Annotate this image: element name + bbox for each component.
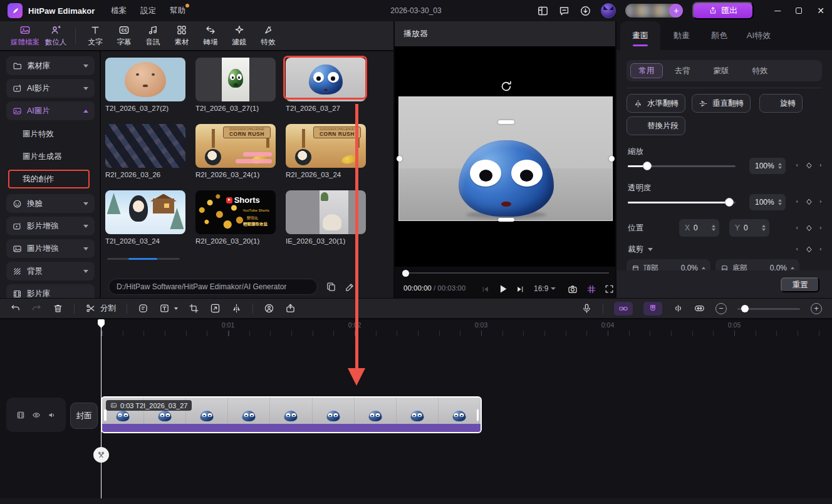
playhead[interactable] (101, 319, 102, 498)
minimize-button[interactable]: ─ (774, 6, 781, 15)
ribbon-text[interactable]: 文字 (81, 24, 110, 47)
opacity-value-box[interactable]: 100% (749, 194, 786, 210)
tab-color[interactable]: 顏色 (702, 21, 737, 50)
media-thumbnail[interactable] (195, 58, 276, 101)
timeline-clip[interactable]: 0:03 T2I_2026_03_27 (101, 396, 482, 433)
sidebar-item-image-generator[interactable]: 圖片生成器 (23, 148, 62, 165)
keyframe-prev-icon[interactable] (794, 246, 799, 252)
menu-file[interactable]: 檔案 (111, 6, 127, 16)
scale-keyframe-controls[interactable] (794, 160, 823, 170)
ribbon-subtitle[interactable]: 字幕 (110, 24, 138, 47)
scale-value-box[interactable]: 100% (749, 158, 786, 174)
scale-slider[interactable] (628, 162, 736, 170)
play-icon[interactable] (497, 283, 509, 295)
stepper[interactable] (712, 225, 715, 232)
timeline-zoom-slider[interactable] (737, 305, 800, 312)
timeline-ruler[interactable] (101, 331, 827, 336)
subtab-common[interactable]: 常用 (630, 63, 663, 78)
media-thumbnail[interactable] (105, 124, 185, 168)
sidebar-item-library[interactable]: 素材庫 (6, 56, 95, 75)
ribbon-audio[interactable]: 音訊 (138, 24, 167, 47)
microphone-icon[interactable] (581, 303, 592, 314)
keyframe-next-icon[interactable] (818, 246, 823, 252)
keyframe-prev-icon[interactable] (794, 198, 799, 205)
opacity-slider[interactable] (628, 198, 736, 207)
selection-handle-left[interactable] (397, 156, 402, 162)
track-visibility-icon[interactable] (32, 411, 41, 419)
media-item[interactable]: IE_2026_03_20(1) (286, 190, 366, 245)
media-scrollbar[interactable] (107, 258, 180, 260)
flip-vertical-button[interactable]: 垂直翻轉 (692, 94, 751, 113)
playback-progress-bar[interactable] (403, 272, 609, 274)
link-clips-toggle[interactable] (614, 302, 633, 316)
maximize-button[interactable] (796, 8, 802, 14)
sidebar-item-image-effects[interactable]: 圖片特效 (23, 125, 54, 143)
media-item[interactable]: GUGUGAGA CHALLENGE!CORN RUSH R2I_2026_03… (195, 124, 276, 178)
crop-label[interactable]: 裁剪 (628, 244, 653, 255)
media-thumbnail[interactable] (105, 190, 185, 234)
track-mute-icon[interactable] (48, 411, 56, 419)
keyframe-add-icon[interactable] (805, 162, 813, 170)
snapshot-icon[interactable] (568, 284, 578, 294)
player-viewport[interactable] (395, 46, 615, 267)
undo-icon[interactable] (10, 303, 21, 314)
sidebar-item-my-creations[interactable]: 我的創作 (23, 170, 54, 188)
selection-handle-bottom[interactable] (498, 218, 514, 222)
keyframe-prev-icon[interactable] (794, 225, 799, 231)
zoom-out-button[interactable]: − (715, 303, 727, 314)
reset-button[interactable]: 重置 (781, 277, 819, 292)
media-thumbnail[interactable] (105, 58, 185, 101)
sidebar-item-face-swap[interactable]: 換臉 (6, 194, 95, 213)
grid-overlay-icon[interactable] (586, 284, 596, 294)
media-thumbnail[interactable]: GUGUGAGA CHALLENGE!CORN RUSH (195, 124, 276, 168)
position-y-field[interactable]: Y0 (729, 219, 769, 237)
split-button[interactable]: 分割 (85, 303, 116, 314)
clip-trim-handle-left[interactable] (104, 409, 107, 421)
slider-thumb[interactable] (643, 162, 652, 170)
media-item[interactable]: T2I_2026_03_27(1) (195, 58, 276, 112)
ribbon-filter[interactable]: 濾鏡 (225, 24, 254, 47)
subtab-mask[interactable]: 蒙版 (702, 66, 741, 76)
subtab-effects[interactable]: 特效 (741, 66, 779, 76)
export-button[interactable]: 匯出 (692, 2, 754, 19)
media-item[interactable]: GUGUGAGA CHALLENGE!CORN RUSH R2I_2026_03… (286, 124, 366, 178)
mirror-tool-icon[interactable] (231, 303, 242, 314)
timeline[interactable]: 0:01 0:02 0:03 0:04 0:05 封面 0:03 T2I_202… (0, 319, 832, 504)
scrollbar-thumb[interactable] (128, 258, 157, 260)
tab-ai-effects[interactable]: AI特效 (738, 21, 779, 50)
keyframe-add-icon[interactable] (805, 224, 813, 232)
stepper-up-icon[interactable] (702, 267, 705, 269)
keyframe-add-icon[interactable] (805, 245, 813, 254)
slider-thumb[interactable] (725, 198, 734, 207)
media-item[interactable]: R2I_2026_03_26 (105, 124, 185, 178)
media-item[interactable]: Shorts YouTube Shorts 變現化 輕鬆賺取收益 R2I_202… (195, 190, 276, 245)
feedback-icon[interactable] (558, 5, 570, 17)
ribbon-effects[interactable]: 特效 (254, 24, 283, 47)
selection-handle-right[interactable] (609, 156, 615, 162)
sidebar-item-ai-video[interactable]: AI影片 (6, 79, 95, 98)
keyframe-next-icon[interactable] (818, 162, 823, 168)
keyframe-next-icon[interactable] (818, 225, 823, 231)
media-item[interactable]: T2I_2026_03_27(2) (105, 58, 185, 112)
zoom-in-button[interactable]: + (811, 303, 822, 314)
flip-horizontal-button[interactable]: 水準翻轉 (627, 94, 685, 113)
download-icon[interactable] (580, 5, 591, 17)
sticker-icon[interactable] (138, 303, 148, 314)
keyframe-prev-icon[interactable] (794, 162, 799, 168)
rotate-handle-icon[interactable] (499, 80, 513, 93)
media-thumbnail[interactable]: GUGUGAGA CHALLENGE!CORN RUSH (286, 124, 366, 168)
stepper-up-icon[interactable] (791, 267, 794, 269)
stepper[interactable] (778, 199, 782, 206)
media-item-selected[interactable]: T2I_2026_03_27 (286, 58, 366, 112)
zoom-slider-thumb[interactable] (741, 305, 749, 312)
subtab-cutout[interactable]: 去背 (663, 66, 702, 76)
username-pill[interactable]: + (625, 4, 683, 18)
sidebar-item-background[interactable]: 背景 (6, 262, 95, 280)
next-frame-icon[interactable] (516, 285, 524, 294)
stepper[interactable] (778, 163, 782, 170)
playhead-split-button[interactable] (93, 447, 109, 463)
redo-icon[interactable] (31, 303, 42, 314)
upgrade-plus-icon[interactable]: + (669, 4, 683, 18)
previous-frame-icon[interactable] (481, 285, 490, 294)
edit-path-icon[interactable] (345, 282, 355, 292)
